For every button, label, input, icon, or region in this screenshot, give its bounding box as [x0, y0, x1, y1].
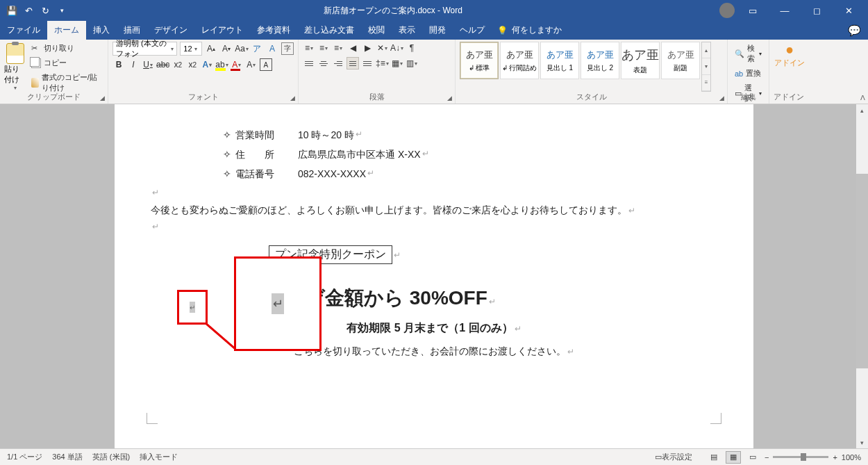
view-print-button[interactable]: ▦: [726, 451, 741, 464]
italic-button[interactable]: I: [127, 58, 140, 71]
asian-layout-button[interactable]: ✕: [376, 42, 388, 54]
tab-mailings[interactable]: 差し込み文書: [297, 21, 361, 40]
user-avatar[interactable]: [719, 3, 735, 18]
clear-format-button[interactable]: A: [266, 42, 278, 55]
addr-label: 住 所: [235, 149, 298, 161]
addins-button[interactable]: ● アドイン: [774, 42, 806, 68]
format-painter-button[interactable]: 書式のコピー/貼り付け: [28, 71, 103, 95]
style-scroll[interactable]: ▴▾≡: [701, 42, 711, 92]
align-center-button[interactable]: [317, 57, 330, 70]
superscript-button[interactable]: x2: [186, 58, 199, 71]
minimize-button[interactable]: —: [771, 0, 799, 21]
text-effects-button[interactable]: A: [201, 58, 213, 71]
cut-button[interactable]: ✂切り取り: [28, 42, 103, 55]
find-button[interactable]: 🔍検索▾: [732, 42, 765, 65]
align-justify-button[interactable]: [347, 57, 359, 70]
tab-references[interactable]: 参考資料: [250, 21, 297, 40]
view-read-button[interactable]: ▤: [706, 451, 721, 464]
insert-mode[interactable]: 挿入モード: [140, 452, 178, 462]
style-heading2[interactable]: あア亜見出し 2: [581, 42, 619, 79]
scroll-thumb[interactable]: [856, 174, 868, 368]
display-icon: ▭: [655, 452, 662, 461]
change-case-button[interactable]: Aa: [235, 42, 248, 55]
note-line: こちらを切り取っていただき、お会計の際にお渡しください。: [294, 345, 566, 357]
font-color-button[interactable]: A: [231, 58, 243, 71]
tell-me[interactable]: 💡 何をしますか: [497, 24, 562, 36]
page-indicator[interactable]: 1/1 ページ: [7, 452, 42, 462]
word-count[interactable]: 364 単語: [52, 452, 82, 462]
zoom-in-button[interactable]: +: [833, 453, 837, 462]
scroll-up-button[interactable]: ▴: [856, 104, 868, 116]
tab-file[interactable]: ファイル: [0, 21, 47, 40]
display-settings[interactable]: ▭表示設定: [655, 452, 692, 462]
style-nospace[interactable]: あア亜↲ 行間詰め: [500, 42, 539, 79]
font-name-select[interactable]: 游明朝 (本文のフォン▾: [112, 42, 177, 56]
align-left-button[interactable]: [303, 57, 315, 70]
page[interactable]: ✧営業時間10 時～20 時↵ ✧住 所広島県広島市中区本通 X-XX↵ ✧電話…: [115, 104, 753, 448]
style-normal[interactable]: あア亜↲ 標準: [460, 42, 499, 79]
scissors-icon: ✂: [31, 44, 41, 54]
shrink-font-button[interactable]: A▾: [220, 42, 233, 55]
zoom-level[interactable]: 100%: [842, 453, 861, 462]
qat-customize-icon[interactable]: ▾: [57, 6, 67, 15]
font-size-select[interactable]: 12▾: [180, 42, 202, 56]
style-subtitle[interactable]: あア亜副題: [661, 42, 700, 79]
paste-button[interactable]: 貼り付け ▾: [4, 42, 26, 92]
paragraph-launcher[interactable]: ◢: [447, 95, 452, 101]
scroll-down-button[interactable]: ▾: [856, 437, 868, 448]
undo-icon[interactable]: ↶: [24, 6, 33, 15]
ribbon-tabs: ファイル ホーム 挿入 描画 デザイン レイアウト 参考資料 差し込み文書 校閲…: [0, 21, 868, 40]
style-heading1[interactable]: あア亜見出し 1: [540, 42, 579, 79]
copy-button[interactable]: コピー: [28, 56, 103, 70]
decrease-indent-button[interactable]: ◀: [347, 42, 359, 54]
style-title[interactable]: あア亜表題: [621, 42, 660, 79]
vertical-scrollbar[interactable]: ▴ ▾: [856, 104, 868, 448]
tab-layout[interactable]: レイアウト: [194, 21, 250, 40]
enclose-char-button[interactable]: 字: [281, 42, 294, 55]
font-launcher[interactable]: ◢: [290, 95, 295, 101]
replace-button[interactable]: ab置換: [732, 67, 765, 80]
numbering-button[interactable]: ≡: [317, 42, 330, 54]
collapse-ribbon-button[interactable]: ᐱ: [860, 94, 865, 101]
tab-home[interactable]: ホーム: [47, 21, 86, 40]
bold-button[interactable]: B: [112, 58, 125, 71]
ribbon-options-icon[interactable]: ▭: [739, 0, 767, 21]
show-marks-button[interactable]: ¶: [406, 42, 418, 54]
subscript-button[interactable]: x2: [172, 58, 184, 71]
borders-button[interactable]: ▥: [406, 57, 418, 70]
view-web-button[interactable]: ▭: [745, 451, 760, 464]
sort-button[interactable]: A↓: [390, 42, 403, 54]
increase-indent-button[interactable]: ▶: [361, 42, 374, 54]
strike-button[interactable]: abc: [156, 58, 169, 71]
align-right-button[interactable]: [332, 57, 344, 70]
bullets-button[interactable]: ≡: [303, 42, 315, 54]
save-icon[interactable]: 💾: [7, 6, 17, 15]
clipboard-icon: [6, 43, 24, 64]
tab-developer[interactable]: 開発: [422, 21, 453, 40]
char-border-button[interactable]: A: [260, 58, 272, 71]
char-shading-button[interactable]: A: [245, 58, 258, 71]
multilevel-button[interactable]: ≡: [332, 42, 344, 54]
styles-launcher[interactable]: ◢: [719, 95, 724, 101]
comments-icon[interactable]: 💬: [848, 24, 868, 37]
line-spacing-button[interactable]: ‡≡: [376, 57, 389, 70]
redo-icon[interactable]: ↻: [40, 6, 50, 15]
tab-view[interactable]: 表示: [392, 21, 422, 40]
tab-review[interactable]: 校閲: [361, 21, 392, 40]
zoom-slider[interactable]: [773, 456, 828, 458]
tab-draw[interactable]: 描画: [117, 21, 147, 40]
underline-button[interactable]: U: [142, 58, 154, 71]
maximize-button[interactable]: ◻: [803, 0, 831, 21]
clipboard-launcher[interactable]: ◢: [100, 95, 105, 101]
tab-help[interactable]: ヘルプ: [453, 21, 492, 40]
grow-font-button[interactable]: A▴: [205, 42, 217, 55]
phonetic-guide-button[interactable]: ア: [251, 42, 263, 55]
zoom-out-button[interactable]: −: [765, 453, 769, 462]
align-distributed-button[interactable]: [361, 57, 374, 70]
tab-insert[interactable]: 挿入: [86, 21, 117, 40]
language-indicator[interactable]: 英語 (米国): [92, 452, 130, 462]
highlight-button[interactable]: ab: [215, 58, 228, 71]
tab-design[interactable]: デザイン: [147, 21, 194, 40]
shading-button[interactable]: ▦: [391, 57, 403, 70]
close-button[interactable]: ✕: [835, 0, 862, 21]
